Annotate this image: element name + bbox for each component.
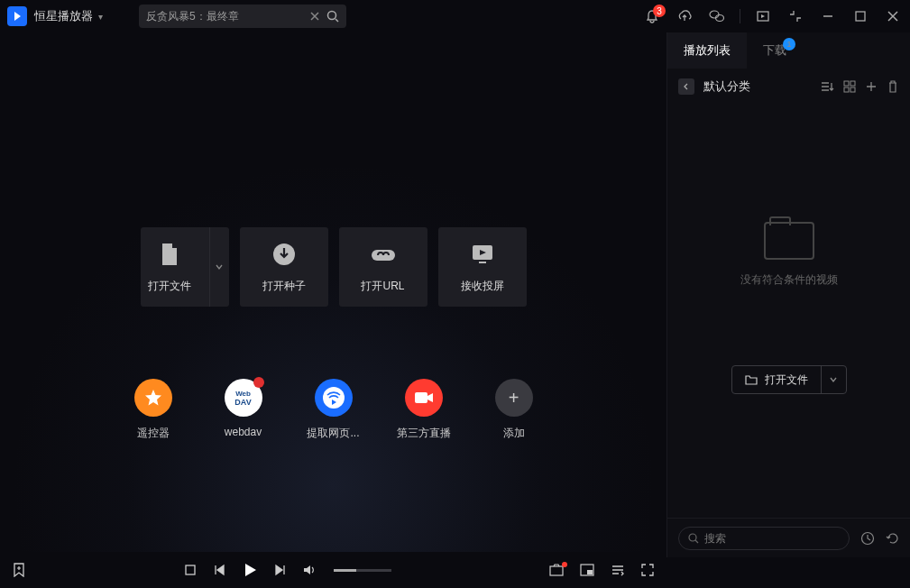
cast-icon: [469, 241, 496, 268]
svg-rect-10: [415, 392, 427, 403]
sidebar-search-input[interactable]: [704, 532, 840, 545]
open-file-dropdown[interactable]: [209, 227, 229, 307]
minimize-button[interactable]: [818, 6, 838, 26]
volume-button[interactable]: [303, 564, 317, 576]
screenshot-icon[interactable]: [549, 564, 564, 576]
search-icon[interactable]: [326, 10, 339, 23]
titlebar: 恒星播放器 ▾ 3: [0, 0, 910, 32]
back-button[interactable]: [678, 78, 694, 95]
search-input[interactable]: [146, 10, 303, 23]
svg-point-15: [689, 534, 696, 541]
live-shortcut[interactable]: 第三方直播: [393, 379, 455, 441]
open-url-card[interactable]: 打开URL: [339, 227, 427, 307]
download-icon: [271, 241, 298, 268]
mini-player-icon[interactable]: [753, 6, 773, 26]
history-icon[interactable]: [860, 531, 875, 546]
empty-state: 没有符合条件的视频 打开文件: [667, 105, 910, 394]
svg-rect-12: [850, 81, 855, 86]
shortcut-label: 第三方直播: [397, 426, 451, 441]
svg-rect-20: [587, 570, 593, 574]
fullscreen-icon[interactable]: [641, 564, 654, 576]
chevron-down-icon: ▾: [98, 12, 103, 22]
player-area: 打开文件 打开种子 打开URL 接收投屏 遥控器: [0, 32, 666, 557]
action-label: 打开文件: [148, 279, 191, 294]
svg-rect-18: [550, 566, 563, 575]
action-label: 打开种子: [262, 279, 306, 294]
tab-playlist[interactable]: 播放列表: [667, 32, 747, 69]
tab-download[interactable]: 下载 1: [747, 32, 803, 69]
playback-controls: [184, 562, 391, 578]
svg-point-9: [323, 387, 345, 409]
subtitle-icon[interactable]: [611, 564, 625, 576]
shortcut-label: 遥控器: [137, 426, 170, 441]
shortcut-label: 提取网页...: [307, 426, 359, 441]
app-logo: [7, 6, 27, 26]
sort-icon[interactable]: [820, 80, 834, 93]
category-label[interactable]: 默认分类: [703, 78, 750, 95]
action-label: 打开URL: [361, 279, 404, 294]
svg-rect-17: [186, 565, 195, 574]
search-icon: [688, 533, 699, 544]
sidebar-toolbar: 默认分类: [667, 69, 910, 105]
add-icon[interactable]: [865, 80, 878, 93]
empty-text: 没有符合条件的视频: [740, 272, 838, 288]
svg-point-2: [716, 15, 724, 22]
shortcut-label: webdav: [225, 426, 262, 438]
open-file-card[interactable]: 打开文件: [141, 227, 229, 307]
stop-button[interactable]: [184, 564, 197, 576]
plus-icon: +: [495, 379, 533, 417]
actions-row: 打开文件 打开种子 打开URL 接收投屏: [141, 227, 527, 307]
receive-cast-card[interactable]: 接收投屏: [438, 227, 527, 307]
svg-point-0: [328, 12, 336, 20]
link-icon: [370, 241, 397, 268]
file-icon: [156, 241, 183, 268]
svg-rect-8: [479, 262, 486, 263]
sidebar-search[interactable]: [678, 527, 850, 550]
right-controls: [549, 564, 654, 576]
volume-slider[interactable]: [334, 569, 391, 572]
app-title-button[interactable]: 恒星播放器 ▾: [34, 8, 103, 24]
search-box[interactable]: [139, 5, 346, 28]
list-view-icon[interactable]: [843, 80, 856, 93]
compact-icon[interactable]: [786, 6, 805, 26]
play-button[interactable]: [242, 562, 258, 578]
camera-icon: [405, 379, 443, 417]
bookmark-icon[interactable]: [13, 563, 25, 577]
remote-shortcut[interactable]: 遥控器: [123, 379, 184, 441]
action-label: 接收投屏: [461, 279, 504, 294]
add-shortcut[interactable]: + 添加: [483, 379, 545, 441]
extract-web-shortcut[interactable]: 提取网页...: [303, 379, 364, 441]
svg-point-1: [710, 11, 719, 18]
delete-icon[interactable]: [887, 80, 899, 93]
pip-icon[interactable]: [580, 564, 594, 576]
notification-badge: 3: [653, 5, 666, 17]
sidebar-tabs: 播放列表 下载 1: [667, 32, 910, 69]
next-button[interactable]: [274, 564, 287, 576]
svg-rect-13: [844, 87, 849, 92]
main: 打开文件 打开种子 打开URL 接收投屏 遥控器: [0, 32, 910, 557]
close-button[interactable]: [883, 6, 903, 26]
wifi-play-icon: [315, 379, 353, 417]
titlebar-right: 3: [642, 6, 903, 26]
folder-icon: [764, 222, 814, 260]
maximize-button[interactable]: [850, 6, 870, 26]
shortcut-label: 添加: [503, 426, 525, 441]
prev-button[interactable]: [213, 564, 225, 576]
sidebar-openfile: 打开文件: [731, 365, 847, 394]
webdav-icon: WebDAV: [225, 379, 262, 417]
open-torrent-card[interactable]: 打开种子: [240, 227, 328, 307]
shortcuts-row: 遥控器 WebDAV webdav 提取网页... 第三方直播 + 添加: [123, 379, 545, 441]
download-badge: 1: [783, 38, 795, 51]
play-icon: [12, 11, 23, 22]
wechat-icon[interactable]: [707, 6, 727, 26]
refresh-icon[interactable]: [886, 531, 900, 546]
notifications-button[interactable]: 3: [642, 6, 662, 26]
cloud-upload-icon[interactable]: [675, 6, 694, 26]
openfile-button[interactable]: 打开文件: [732, 366, 821, 393]
svg-rect-4: [856, 12, 865, 21]
control-bar: [0, 552, 666, 588]
webdav-shortcut[interactable]: WebDAV webdav: [213, 379, 274, 441]
sidebar: 播放列表 下载 1 默认分类 没有符合条件的视频 打开文件: [666, 32, 910, 557]
clear-icon[interactable]: [310, 12, 319, 21]
openfile-dropdown[interactable]: [821, 366, 846, 393]
